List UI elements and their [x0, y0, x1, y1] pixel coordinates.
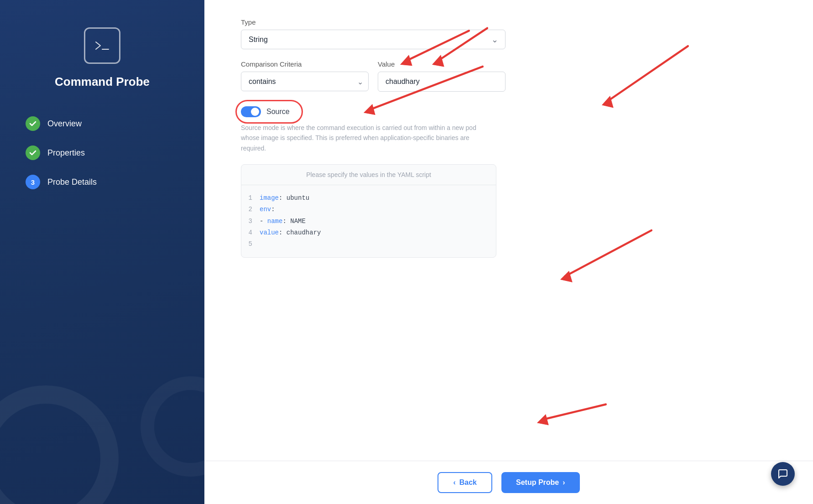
svg-marker-10	[561, 271, 572, 282]
setup-probe-button[interactable]: Setup Probe ›	[501, 472, 580, 493]
source-toggle[interactable]	[241, 106, 261, 117]
nav-status-overview	[26, 116, 40, 131]
terminal-icon	[84, 27, 120, 64]
source-description: Source mode is where the command executi…	[241, 123, 478, 153]
yaml-line-1: 1 image: ubuntu	[241, 192, 496, 204]
sidebar-item-properties-label: Properties	[47, 148, 85, 158]
type-field-group: Type String	[241, 18, 777, 49]
type-select-wrapper: String	[241, 30, 506, 49]
source-toggle-row: Source	[241, 106, 777, 117]
nav-list: Overview Properties 3 Probe Details	[18, 111, 186, 195]
yaml-scroll-area[interactable]: 1 image: ubuntu 2 env: 3 - name: NAME 4 …	[241, 185, 496, 257]
chat-button[interactable]	[771, 462, 795, 486]
sidebar-item-probe-details-label: Probe Details	[47, 177, 97, 187]
chevron-right-icon: ›	[563, 478, 565, 487]
bottom-bar: ‹ Back Setup Probe ›	[204, 461, 813, 504]
form-content: Type String Comparison Criteria contains…	[204, 0, 813, 461]
back-button[interactable]: ‹ Back	[438, 472, 492, 493]
sidebar-item-probe-details[interactable]: 3 Probe Details	[18, 169, 186, 195]
type-select[interactable]: String	[241, 30, 506, 49]
type-label: Type	[241, 18, 777, 26]
svg-marker-8	[602, 96, 613, 108]
sidebar-item-properties[interactable]: Properties	[18, 140, 186, 166]
yaml-line-4: 4 value: chaudhary	[241, 227, 496, 239]
value-input[interactable]	[378, 72, 506, 92]
chevron-left-icon: ‹	[453, 478, 455, 487]
back-label: Back	[459, 478, 477, 487]
yaml-line-3: 3 - name: NAME	[241, 216, 496, 227]
yaml-code: 1 image: ubuntu 2 env: 3 - name: NAME 4 …	[241, 185, 496, 257]
sidebar-title: Command Probe	[55, 75, 150, 89]
sidebar-item-overview[interactable]: Overview	[18, 111, 186, 136]
yaml-line-2: 2 env:	[241, 204, 496, 215]
svg-line-11	[542, 405, 606, 420]
sidebar-item-overview-label: Overview	[47, 119, 82, 129]
comparison-select-wrapper: contains	[241, 72, 369, 91]
comparison-field-group: Comparison Criteria contains	[241, 60, 369, 92]
svg-line-7	[606, 46, 688, 102]
value-field-group: Value	[378, 60, 506, 92]
svg-line-9	[565, 230, 651, 276]
setup-probe-label: Setup Probe	[516, 478, 559, 487]
yaml-hint: Please specify the values in the YAML sc…	[241, 165, 496, 185]
source-toggle-label: Source	[266, 108, 290, 116]
nav-status-properties	[26, 145, 40, 160]
comparison-value-row: Comparison Criteria contains Value	[241, 60, 506, 103]
main-panel: Type String Comparison Criteria contains…	[204, 0, 813, 504]
yaml-line-5: 5	[241, 239, 496, 250]
comparison-select[interactable]: contains	[241, 72, 369, 91]
comparison-label: Comparison Criteria	[241, 60, 369, 68]
value-label: Value	[378, 60, 506, 68]
svg-marker-12	[537, 415, 548, 425]
yaml-block: Please specify the values in the YAML sc…	[241, 164, 496, 258]
nav-status-probe-details: 3	[26, 175, 40, 189]
sidebar: Command Probe Overview Properties 3 Prob…	[0, 0, 204, 504]
